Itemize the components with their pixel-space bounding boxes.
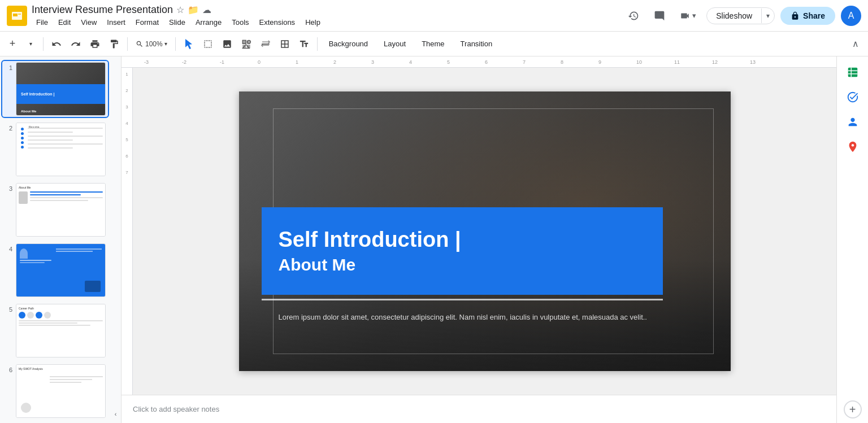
history-button[interactable] [623, 6, 644, 26]
star-icon[interactable]: ☆ [176, 5, 184, 15]
title-name-row: Interview Resume Presentation ☆ 📁 ☁ [32, 4, 325, 16]
add-dropdown-button[interactable]: ▾ [23, 35, 38, 53]
title-bar: Interview Resume Presentation ☆ 📁 ☁ File… [0, 0, 868, 32]
slide-num-6: 6 [5, 367, 12, 373]
tb-sep-2 [127, 37, 128, 51]
speaker-notes[interactable]: Click to add speaker notes [121, 395, 836, 423]
title-file-info: Interview Resume Presentation ☆ 📁 ☁ File… [32, 4, 325, 28]
menu-edit[interactable]: Edit [54, 17, 75, 28]
slide-panel: 1 Self Introduction | About Me 2 Resume [0, 56, 110, 423]
slide-thumb-6[interactable]: 6 My SWOT Analysis [2, 363, 108, 419]
menu-bar: File Edit View Insert Format Slide Arran… [32, 17, 325, 28]
ruler-horizontal: -3 -2 -1 0 1 2 3 4 5 6 7 8 9 10 11 12 13 [121, 56, 836, 68]
tb-sep-4 [317, 37, 318, 51]
meet-label: ▾ [692, 11, 696, 20]
zoom-level: 100% [145, 40, 163, 48]
slide-num-3: 3 [5, 185, 12, 192]
theme-button[interactable]: Theme [415, 35, 451, 53]
add-button[interactable]: + [5, 35, 20, 53]
redo-button[interactable] [67, 35, 84, 53]
title-bar-left: Interview Resume Presentation ☆ 📁 ☁ File… [7, 4, 325, 28]
slide-thumb-2[interactable]: 2 Resume [2, 121, 108, 177]
select-button[interactable] [199, 35, 216, 53]
menu-help[interactable]: Help [301, 17, 325, 28]
cursor-button[interactable] [180, 35, 197, 53]
transition-button[interactable]: Transition [454, 35, 500, 53]
menu-format[interactable]: Format [131, 17, 163, 28]
slide-title-box[interactable]: Self Introduction | About Me [262, 207, 663, 295]
text-box-button[interactable] [296, 35, 313, 53]
slide-lorem-text: Lorem ipsum dolor sit amet, consectetur … [279, 312, 657, 323]
folder-icon[interactable]: 📁 [188, 5, 199, 15]
slideshow-button[interactable]: Slideshow ▾ [706, 7, 775, 24]
right-sidebar: + [836, 56, 868, 423]
title-bar-right: ▾ Slideshow ▾ Share A [623, 6, 861, 26]
tb-sep-3 [175, 37, 176, 51]
canvas-area: -3 -2 -1 0 1 2 3 4 5 6 7 8 9 10 11 12 13 [121, 56, 836, 423]
sheets-icon[interactable] [841, 61, 864, 84]
contacts-icon[interactable] [841, 111, 864, 133]
collapse-toolbar-button[interactable]: ∧ [848, 36, 863, 52]
paint-format-button[interactable] [106, 35, 123, 53]
panel-collapse-arrow[interactable]: ‹ [110, 56, 121, 423]
share-label: Share [803, 11, 825, 20]
meet-button[interactable]: ▾ [675, 6, 701, 26]
menu-slide[interactable]: Slide [164, 17, 190, 28]
slide-subtitle: About Me [279, 255, 646, 274]
layout-button[interactable]: Layout [377, 35, 413, 53]
slide-canvas: Self Introduction | About Me Lorem ipsum… [239, 91, 731, 371]
file-name: Interview Resume Presentation [32, 4, 173, 16]
tasks-icon[interactable] [841, 86, 864, 108]
background-button[interactable]: Background [322, 35, 375, 53]
slide-preview-3: About Me [16, 183, 106, 237]
share-button[interactable]: Share [780, 7, 835, 25]
slide-canvas-wrapper[interactable]: Self Introduction | About Me Lorem ipsum… [133, 68, 836, 395]
slideshow-dropdown-button[interactable]: ▾ [761, 8, 774, 23]
slide-preview-4 [16, 243, 106, 297]
svg-rect-2 [18, 14, 21, 15]
slide-thumb-5[interactable]: 5 Career Path [2, 303, 108, 359]
slide-thumb-3[interactable]: 3 About Me [2, 182, 108, 238]
print-button[interactable] [86, 35, 103, 53]
menu-file[interactable]: File [32, 17, 53, 28]
user-avatar[interactable]: A [841, 6, 861, 26]
add-apps-button[interactable]: + [844, 400, 862, 418]
cloud-icon[interactable]: ☁ [202, 5, 211, 15]
table-button[interactable] [276, 35, 293, 53]
slide-preview-6: My SWOT Analysis [16, 364, 106, 418]
zoom-button[interactable]: 100% ▾ [132, 35, 171, 53]
menu-arrange[interactable]: Arrange [191, 17, 226, 28]
slide-num-1: 1 [5, 64, 12, 71]
line-button[interactable] [257, 35, 274, 53]
menu-tools[interactable]: Tools [227, 17, 253, 28]
main-area: 1 Self Introduction | About Me 2 Resume [0, 56, 868, 423]
add-apps-container: + [844, 400, 862, 418]
menu-view[interactable]: View [76, 17, 101, 28]
svg-rect-1 [13, 14, 18, 16]
comment-button[interactable] [649, 6, 670, 26]
menu-extensions[interactable]: Extensions [255, 17, 300, 28]
ruler-vertical: 1 2 3 4 5 6 7 [121, 68, 133, 395]
undo-button[interactable] [48, 35, 65, 53]
slideshow-main-button[interactable]: Slideshow [707, 8, 761, 24]
app-icon[interactable] [7, 6, 27, 26]
speaker-notes-placeholder: Click to add speaker notes [133, 405, 219, 413]
image-button[interactable] [219, 35, 236, 53]
menu-insert[interactable]: Insert [102, 17, 130, 28]
slide-preview-5: Career Path [16, 304, 106, 357]
shape-button[interactable] [238, 35, 255, 53]
slide-num-4: 4 [5, 246, 12, 252]
slide-preview-1: Self Introduction | About Me [16, 62, 106, 116]
slide-num-2: 2 [5, 125, 12, 132]
toolbar: + ▾ 100% ▾ Background Layout Theme Tra [0, 32, 868, 56]
slide-main-title: Self Introduction | [279, 228, 646, 252]
tb-sep-1 [43, 37, 44, 51]
slide-divider-line [262, 299, 663, 300]
slide-num-5: 5 [5, 306, 12, 313]
slide-thumb-4[interactable]: 4 [2, 242, 108, 298]
svg-rect-7 [848, 68, 857, 77]
slide-thumb-1[interactable]: 1 Self Introduction | About Me [2, 61, 108, 117]
maps-icon[interactable] [841, 136, 864, 158]
slide-preview-2: Resume [16, 123, 106, 176]
